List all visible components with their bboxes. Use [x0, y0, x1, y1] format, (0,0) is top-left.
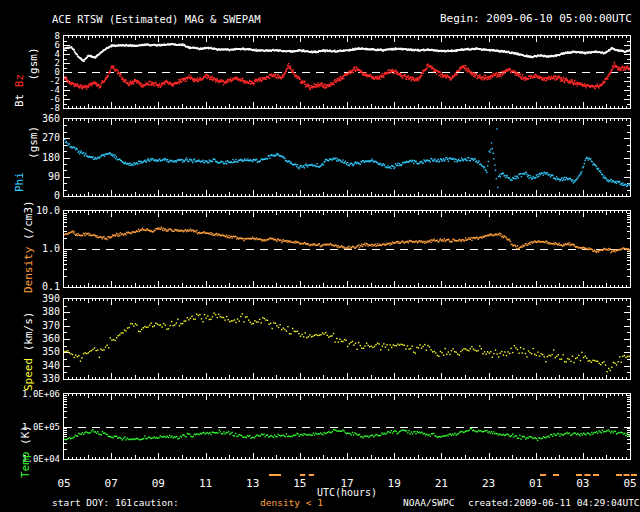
caution-label: caution:	[133, 497, 179, 508]
x-tick-label-11: 03	[571, 477, 595, 490]
axis-label-speed: Speed (km/s)	[22, 312, 36, 391]
panel-bt-bz	[63, 35, 631, 109]
axis-label-part: (gsm)	[27, 47, 40, 107]
x-tick-label-9: 23	[477, 477, 501, 490]
axis-label-part: (K)	[19, 425, 32, 452]
axis-label-phi: Phi (gsm)	[13, 126, 41, 192]
panel-phi-canvas	[64, 119, 630, 196]
x-tick-label-12: 05	[618, 477, 640, 490]
x-tick-label-3: 11	[194, 477, 218, 490]
axis-label-part: Bt	[13, 87, 26, 107]
axis-label-temp: Temp (K)	[19, 425, 33, 478]
caution-marker-4	[616, 474, 637, 476]
axis-label-part: Speed	[22, 358, 35, 391]
panel-bt-bz-canvas	[64, 36, 630, 108]
x-tick-label-0: 05	[52, 477, 76, 490]
panel-temp	[63, 393, 631, 460]
x-tick-label-10: 01	[524, 477, 548, 490]
axis-label-part: (gsm)	[27, 126, 40, 192]
ace-rtsw-plot: ACE RTSW (Estimated) MAG & SWEPAM Begin:…	[0, 0, 640, 512]
axis-label-bt-bz: Bt Bz (gsm)	[13, 47, 41, 107]
x-tick-label-4: 13	[241, 477, 265, 490]
credit-noaa-swpc: NOAA/SWPC	[403, 497, 454, 508]
x-tick-label-1: 07	[99, 477, 123, 490]
panel-phi	[63, 118, 631, 197]
x-tick-label-8: 21	[429, 477, 453, 490]
caution-marker-0	[269, 474, 281, 476]
caution-marker-2	[540, 474, 559, 476]
axis-label-part: Phi	[13, 172, 26, 192]
axis-label-density: Density (/cm3)	[22, 200, 36, 293]
caution-marker-3	[576, 474, 600, 476]
axis-label-part: Density	[22, 247, 35, 293]
begin-timestamp: Begin: 2009-06-10 05:00:00UTC	[440, 12, 632, 25]
panel-density-canvas	[64, 211, 630, 287]
panel-temp-canvas	[64, 394, 630, 459]
ytick-speed-390: 390	[0, 294, 60, 304]
axis-label-part: (/cm3)	[22, 200, 35, 246]
ytick-phi-360: 360	[0, 114, 60, 124]
ytick-temp-1.0E+06: 1.0E+06	[0, 389, 60, 399]
axis-label-part: Bz	[13, 74, 26, 87]
plot-title: ACE RTSW (Estimated) MAG & SWEPAM	[52, 13, 261, 25]
panel-density	[63, 210, 631, 288]
axis-label-part: (km/s)	[22, 312, 35, 358]
caution-marker-1	[300, 474, 314, 476]
panel-speed-canvas	[64, 299, 630, 379]
x-tick-label-2: 09	[146, 477, 170, 490]
created-timestamp: created:2009-06-11 04:29:04UTC	[468, 497, 640, 508]
caution-density-value: density < 1	[260, 497, 323, 508]
panel-speed	[63, 298, 631, 380]
axis-label-part: Temp	[19, 452, 32, 479]
start-doy-label: start DOY: 161	[52, 497, 132, 508]
